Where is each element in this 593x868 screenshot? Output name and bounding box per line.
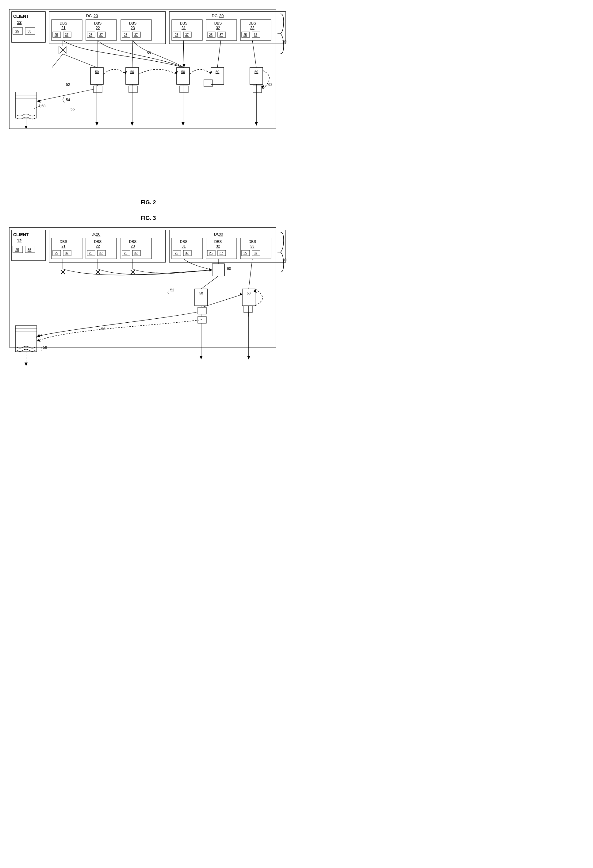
svg-rect-96	[212, 264, 224, 276]
dbs32-num-fig3: 32	[216, 244, 220, 248]
svg-marker-59	[209, 71, 212, 74]
dbs21-label: DBS	[60, 21, 68, 25]
dc30-label-fig2: DC	[212, 13, 218, 18]
dbs22-25: 25	[89, 33, 93, 37]
client-label-fig2: CLIENT	[13, 14, 29, 19]
client3-25: 25	[15, 248, 19, 251]
svg-marker-123	[37, 339, 40, 342]
ref-52-fig2: 52	[66, 83, 70, 87]
dbs21-num: 21	[61, 26, 66, 30]
dbs23-37-fig3: 37	[134, 251, 138, 255]
svg-marker-64	[37, 100, 40, 103]
svg-rect-105	[198, 307, 207, 314]
dbs22-num-fig3: 22	[96, 244, 100, 248]
dbs33-num: 33	[250, 26, 255, 30]
fig2-label: FIG. 2	[6, 199, 291, 206]
svg-line-48	[252, 40, 256, 68]
svg-rect-33	[180, 86, 188, 93]
dbs33-num-fig3: 33	[250, 244, 255, 248]
ref-58-fig2: 58	[41, 104, 46, 108]
dc20-label-fig2: DC	[86, 13, 92, 18]
svg-rect-14	[169, 12, 286, 44]
svg-rect-72	[49, 230, 165, 262]
dbs31-num: 31	[181, 26, 186, 30]
svg-rect-37	[253, 86, 261, 93]
ref-50-2-fig2: 50	[130, 70, 134, 74]
svg-marker-125	[25, 363, 28, 366]
dbs33-37: 37	[254, 33, 258, 37]
svg-marker-54	[181, 122, 184, 126]
ref-54-fig2: 54	[66, 98, 70, 102]
dbs32-25: 25	[209, 33, 213, 37]
ref-62-fig2: 62	[268, 83, 273, 87]
client-25: 25	[15, 30, 19, 33]
dbs23-num: 23	[131, 26, 135, 30]
dbs23-25-fig3: 25	[124, 251, 128, 255]
fig3-top-label: FIG. 3	[6, 215, 291, 221]
svg-marker-56	[255, 122, 258, 126]
dbs31-37-fig3: 37	[185, 251, 189, 255]
svg-marker-50	[95, 122, 99, 126]
dc30-num-fig3: 30	[218, 232, 223, 236]
svg-line-114	[202, 294, 242, 307]
client-label-fig3: CLIENT	[13, 232, 29, 237]
ref-52-fig3: 52	[170, 288, 174, 292]
ref-50-3-fig2: 50	[181, 70, 185, 74]
svg-marker-115	[240, 292, 242, 296]
dbs33-label-fig3: DBS	[249, 239, 256, 244]
dbs33-label: DBS	[249, 21, 256, 25]
dbs22-25-fig3: 25	[89, 251, 93, 255]
dbs23-label-fig3: DBS	[129, 239, 137, 244]
svg-line-46	[183, 40, 184, 68]
dbs32-25-fig3: 25	[209, 251, 213, 255]
svg-line-47	[217, 40, 221, 68]
svg-line-63	[37, 89, 93, 101]
dbs23-num-fig3: 23	[131, 244, 135, 248]
svg-rect-82	[169, 230, 286, 262]
dbs22-37-fig3: 37	[99, 251, 103, 255]
ref-10-fig3: 10	[282, 258, 286, 262]
client3-35: 35	[28, 248, 31, 251]
dc20-num-fig2: 20	[93, 13, 98, 18]
dbs22-37: 37	[99, 33, 103, 37]
svg-marker-67	[25, 126, 28, 129]
ref-56-fig2: 56	[71, 107, 75, 111]
dbs23-label: DBS	[129, 21, 137, 25]
svg-line-42	[52, 54, 63, 68]
ref-60-fig3: 60	[227, 267, 231, 271]
dc20-num-fig3: 20	[96, 232, 100, 236]
dc30-num-fig2: 30	[219, 13, 224, 18]
dbs33-37-fig3: 37	[254, 251, 258, 255]
dbs21-25-fig3: 25	[55, 251, 58, 255]
dbs32-37-fig3: 37	[220, 251, 223, 255]
svg-marker-112	[209, 269, 212, 272]
ref-50-1-fig2: 50	[95, 70, 99, 74]
dbs32-num: 32	[216, 26, 220, 30]
ref-58-fig3: 58	[43, 345, 47, 350]
dbs21-num-fig3: 21	[61, 244, 66, 248]
svg-marker-52	[131, 122, 134, 126]
dbs32-37: 37	[220, 33, 223, 37]
dbs31-37: 37	[185, 33, 189, 37]
dbs33-25: 25	[243, 33, 247, 37]
dbs31-num-fig3: 31	[181, 244, 186, 248]
dbs23-37: 37	[134, 33, 138, 37]
ref-50-4-fig2: 50	[215, 70, 219, 74]
dbs22-label-fig3: DBS	[94, 239, 102, 244]
svg-line-43	[63, 54, 97, 68]
svg-rect-31	[129, 86, 137, 93]
svg-rect-130	[244, 306, 252, 313]
figure-3: CLIENT 12 25 35 DC 20 DBS 21 25 37 DBS 2…	[6, 224, 291, 424]
dbs33-25-fig3: 25	[243, 251, 247, 255]
svg-rect-29	[93, 86, 102, 93]
dbs32-label: DBS	[214, 21, 222, 25]
dbs21-37-fig3: 37	[65, 251, 69, 255]
dbs21-37: 37	[65, 33, 69, 37]
dbs21-label-fig3: DBS	[60, 239, 68, 244]
dbs31-label: DBS	[180, 21, 188, 25]
client-num-fig2: 12	[17, 20, 22, 25]
dbs31-25-fig3: 25	[175, 251, 178, 255]
dbs22-num: 22	[96, 26, 100, 30]
ref-50-5-fig2: 50	[255, 70, 258, 74]
dbs22-label: DBS	[94, 21, 102, 25]
